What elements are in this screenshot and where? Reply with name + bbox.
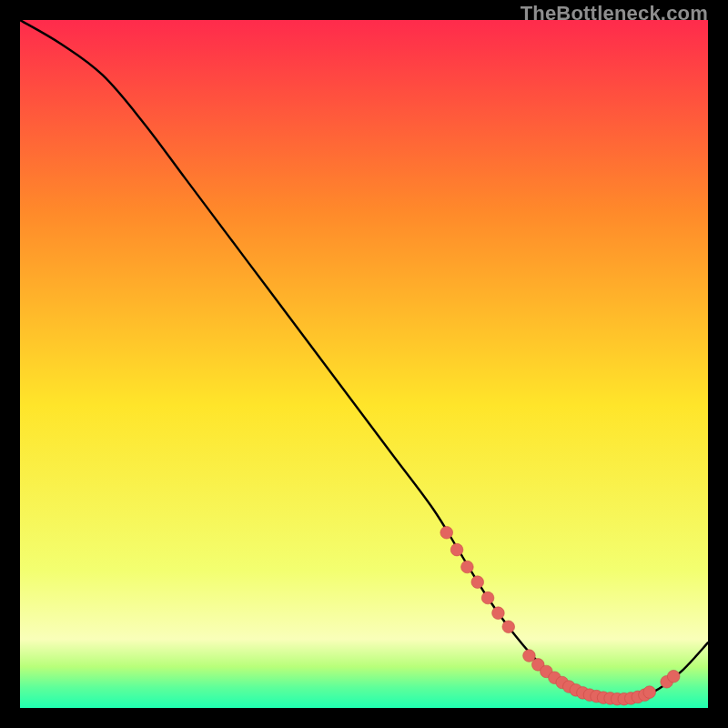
data-marker [667,670,680,682]
data-marker [440,526,453,539]
data-marker [643,686,656,699]
data-marker [523,650,536,662]
data-marker [450,543,463,556]
data-marker [502,621,515,633]
chart-frame: { "watermark": "TheBottleneck.com", "col… [0,0,728,728]
data-marker [461,561,474,573]
data-marker [481,592,494,604]
plot-area [20,20,708,708]
gradient-background [20,20,708,708]
data-marker [471,576,484,589]
watermark-text: TheBottleneck.com [521,2,708,25]
data-marker [492,607,505,620]
